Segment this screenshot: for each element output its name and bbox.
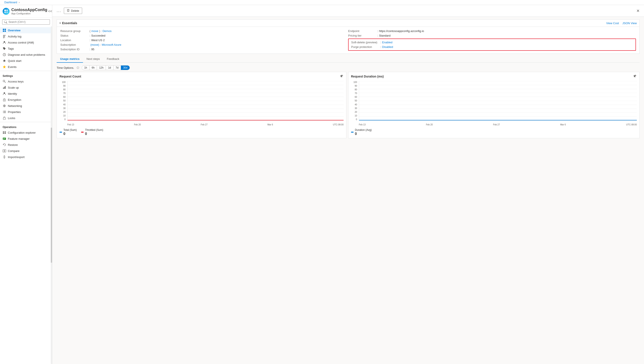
delete-icon <box>67 9 70 13</box>
delete-button[interactable]: Delete <box>64 8 82 14</box>
tabs-container: Usage metrics Next steps Feedback <box>52 56 644 63</box>
sidebar-item-activity-log[interactable]: Activity log <box>0 33 52 40</box>
duration-avg-label: Duration (Avg) <box>355 128 372 132</box>
importexport-icon <box>3 155 6 159</box>
sidebar-item-properties[interactable]: Properties <box>0 109 52 115</box>
overview-icon <box>3 28 6 32</box>
sidebar-item-config-label: Configuration explorer <box>8 131 36 134</box>
tab-usage-metrics[interactable]: Usage metrics <box>57 56 83 63</box>
svg-point-12 <box>4 41 5 42</box>
svg-rect-3 <box>6 12 8 13</box>
endpoint-value: https://contosoappconfig.azconfig.io <box>379 30 424 33</box>
soft-delete-value[interactable]: Enabled <box>382 41 393 44</box>
sidebar-item-tags[interactable]: Tags <box>0 46 52 52</box>
svg-rect-29 <box>3 118 6 120</box>
move-resource-link[interactable]: move <box>91 30 98 33</box>
time-btn-1h[interactable]: 1h <box>82 66 89 70</box>
sidebar-item-restore-label: Restore <box>8 143 18 146</box>
sidebar-item-networking[interactable]: Networking <box>0 103 52 109</box>
request-duration-legend: Duration (Avg) 0 <box>348 127 639 138</box>
sidebar-item-feature-manager[interactable]: Feature manager <box>0 136 52 142</box>
tags-icon <box>3 47 6 50</box>
more-button[interactable]: ... <box>57 8 61 13</box>
sidebar-item-config-explorer[interactable]: Configuration explorer <box>0 130 52 136</box>
time-btn-30d[interactable]: 30d <box>121 66 130 70</box>
duration-avg-color <box>351 132 354 132</box>
sidebar-item-scale-up-label: Scale up <box>8 86 19 89</box>
purge-protection-value[interactable]: Disabled <box>382 45 393 48</box>
svg-rect-32 <box>3 133 4 134</box>
sidebar-item-access-keys[interactable]: Access keys <box>0 78 52 84</box>
breadcrumb-dashboard[interactable]: Dashboard <box>4 1 17 4</box>
sidebar-item-quick-start[interactable]: Quick start <box>0 58 52 64</box>
sidebar-item-overview[interactable]: Overview <box>0 27 52 33</box>
sidebar-item-import-export[interactable]: Import/export <box>0 154 52 160</box>
time-btn-1d[interactable]: 1d <box>106 66 113 70</box>
search-input[interactable] <box>9 20 48 24</box>
request-duration-pin-icon[interactable] <box>633 74 637 78</box>
search-box[interactable] <box>2 20 50 24</box>
sidebar-nav: Overview Activity log <box>0 26 52 161</box>
time-btn-6h[interactable]: 6h <box>90 66 97 70</box>
svg-rect-5 <box>5 29 6 30</box>
sidebar-item-iam-label: Access control (IAM) <box>8 41 34 44</box>
request-duration-baseline <box>359 120 637 120</box>
scale-icon <box>3 86 6 89</box>
request-count-chart-area: 100 90 80 70 60 50 40 30 20 10 0 <box>57 79 346 127</box>
sidebar-scroll-thumb <box>51 128 52 262</box>
request-count-x-axis: Feb 13 Feb 20 Feb 27 Mar 6 UTC-08:00 <box>67 124 344 126</box>
time-btn-12h[interactable]: 12h <box>97 66 106 70</box>
resource-group-value[interactable]: Demos <box>103 30 112 33</box>
subscription-value[interactable]: Microsoft Azure <box>102 43 121 46</box>
sidebar-item-compare[interactable]: Compare <box>0 148 52 154</box>
essentials-actions: View Cost JSON View <box>606 22 637 25</box>
svg-rect-1 <box>6 10 8 11</box>
sidebar-item-identity[interactable]: Identity <box>0 90 52 97</box>
sidebar-item-locks[interactable]: Locks <box>0 115 52 121</box>
svg-rect-9 <box>3 36 5 36</box>
svg-rect-10 <box>3 37 5 37</box>
tab-next-steps[interactable]: Next steps <box>83 56 103 63</box>
sidebar-nav-container: Overview Activity log <box>0 26 52 364</box>
sidebar-item-scale-up[interactable]: Scale up <box>0 84 52 90</box>
close-button[interactable]: ✕ <box>636 8 640 13</box>
sidebar-item-events[interactable]: Events <box>0 64 52 70</box>
view-cost-link[interactable]: View Cost <box>606 22 619 25</box>
sidebar-collapse-button[interactable]: << <box>47 8 52 14</box>
time-btn-7d[interactable]: 7d <box>114 66 121 70</box>
svg-rect-15 <box>3 88 4 89</box>
essentials-right-col: Endpoint : https://contosoappconfig.azco… <box>348 30 636 51</box>
request-duration-y-axis: 100 90 80 70 60 50 40 30 20 10 0 <box>351 81 357 120</box>
request-count-pin-icon[interactable] <box>340 74 344 78</box>
sidebar-item-diagnose-label: Diagnose and solve problems <box>8 53 45 56</box>
json-view-link[interactable]: JSON View <box>622 22 637 25</box>
svg-rect-7 <box>5 30 6 32</box>
sidebar-item-properties-label: Properties <box>8 110 21 114</box>
sidebar-item-activity-label: Activity log <box>8 35 21 38</box>
sidebar-item-diagnose[interactable]: Diagnose and solve problems <box>0 52 52 58</box>
operations-divider <box>0 122 52 122</box>
request-duration-chart: Request Duration (ms) 100 90 80 70 60 <box>348 72 640 138</box>
app-icon <box>3 8 10 15</box>
sidebar-item-encryption[interactable]: Encryption <box>0 97 52 103</box>
identity-icon <box>3 92 6 95</box>
settings-section-title: Settings <box>0 72 52 78</box>
total-sum-label: Total (Sum) <box>63 128 77 132</box>
sidebar-scrollbar[interactable] <box>51 26 52 364</box>
networking-icon <box>3 104 6 108</box>
restore-icon <box>3 143 6 146</box>
key-icon <box>3 80 6 83</box>
sidebar-item-access-control[interactable]: Access control (IAM) <box>0 40 52 46</box>
svg-point-18 <box>4 92 5 94</box>
time-options-label: Time Options. <box>57 66 74 70</box>
sidebar-item-restore[interactable]: Restore <box>0 142 52 148</box>
essentials-container: ▾ Essentials View Cost JSON View Resourc… <box>52 17 644 54</box>
tab-feedback[interactable]: Feedback <box>103 56 123 63</box>
svg-rect-6 <box>3 30 4 32</box>
move-subscription-link[interactable]: (move) <box>91 43 99 46</box>
svg-rect-37 <box>3 150 4 152</box>
sidebar-app-name: ContosoAppConfig <box>11 8 47 12</box>
essentials-left-col: Resource group ( move ) : Demos Status :… <box>60 30 348 51</box>
throttled-sum-color <box>81 132 84 132</box>
locks-icon <box>3 116 6 120</box>
